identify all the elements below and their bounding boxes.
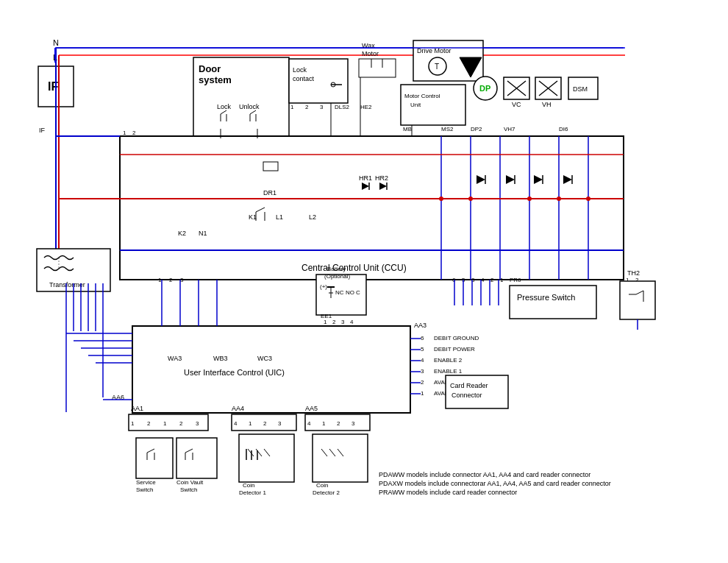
svg-text:Service: Service	[136, 479, 156, 486]
svg-text:VC: VC	[512, 101, 521, 108]
svg-point-210	[586, 196, 590, 201]
svg-text:1: 1	[249, 420, 252, 427]
svg-text:3: 3	[196, 420, 199, 427]
note-1: PDAWW models include connector AA1, AA4 …	[379, 471, 590, 478]
svg-text:L2: L2	[309, 213, 316, 221]
svg-text:2: 2	[263, 420, 267, 427]
svg-text:DI6: DI6	[559, 126, 568, 132]
uic-label: User Interface Control (UIC)	[184, 368, 285, 377]
svg-text:DR1: DR1	[263, 189, 276, 196]
svg-text:Lock: Lock	[217, 103, 232, 110]
note-2: PDAXW models include connectorar AA1, AA…	[379, 480, 611, 487]
svg-text:WC3: WC3	[257, 355, 272, 362]
svg-rect-32	[359, 59, 396, 77]
svg-text:HR1: HR1	[359, 174, 372, 182]
svg-text:NO: NO	[346, 289, 354, 296]
svg-text:MS2: MS2	[441, 126, 454, 132]
svg-text:4: 4	[234, 420, 238, 427]
svg-text:ENABLE 2: ENABLE 2	[434, 357, 463, 364]
svg-text:MB: MB	[403, 126, 412, 132]
svg-text:IF: IF	[39, 127, 46, 134]
svg-text:N1: N1	[199, 230, 207, 237]
svg-text:1: 1	[324, 319, 327, 325]
svg-text:K2: K2	[178, 230, 186, 237]
svg-text:Coin Vault: Coin Vault	[176, 479, 204, 486]
svg-text:2: 2	[490, 277, 494, 283]
svg-text:contact: contact	[293, 75, 315, 82]
svg-text:Unit: Unit	[410, 102, 421, 108]
svg-rect-55	[263, 162, 278, 171]
coin-vault-switch-box	[176, 438, 217, 478]
svg-text:Switch: Switch	[180, 486, 198, 493]
svg-text:4: 4	[421, 357, 424, 364]
svg-text:Detector 1: Detector 1	[239, 489, 266, 496]
svg-text:1: 1	[290, 104, 294, 110]
svg-text:DP: DP	[479, 84, 490, 93]
pressure-switch-label: Pressure Switch	[517, 293, 575, 302]
note-3: PRAWW models include card reader connect…	[379, 489, 517, 496]
svg-text:Unlock: Unlock	[239, 103, 260, 110]
if-label: IF	[48, 80, 58, 93]
svg-text:3: 3	[421, 368, 424, 375]
svg-text:2: 2	[147, 420, 151, 427]
ccu-box	[120, 136, 624, 280]
svg-text:Connector: Connector	[452, 392, 482, 399]
svg-text:ENABLE 1: ENABLE 1	[434, 368, 463, 375]
svg-text:system: system	[199, 74, 232, 85]
svg-text:K1: K1	[249, 213, 257, 221]
svg-text:1: 1	[163, 420, 167, 427]
svg-text:1: 1	[421, 390, 424, 397]
svg-text:AA4: AA4	[232, 405, 244, 412]
svg-text:AA1: AA1	[131, 405, 143, 412]
svg-text:Transformer: Transformer	[49, 281, 85, 288]
svg-text:Coin: Coin	[316, 482, 328, 489]
svg-text:TH2: TH2	[627, 269, 640, 277]
coin-detector-2-box	[313, 434, 368, 482]
svg-text:2: 2	[305, 104, 309, 110]
svg-text:Switch: Switch	[136, 486, 154, 493]
svg-text:5: 5	[421, 346, 424, 353]
svg-text:T: T	[435, 63, 439, 71]
svg-text:2: 2	[179, 420, 183, 427]
svg-text:2: 2	[337, 420, 340, 427]
svg-text:2: 2	[132, 130, 136, 136]
svg-text:2: 2	[169, 277, 173, 283]
svg-text:6: 6	[421, 335, 424, 341]
svg-text:C: C	[356, 289, 360, 296]
n-label: N	[53, 38, 59, 47]
svg-text:3: 3	[351, 420, 355, 427]
svg-text:(Optional): (Optional)	[324, 273, 350, 280]
svg-text:NC: NC	[335, 289, 344, 296]
coin-detector-1-box	[239, 434, 294, 482]
svg-text:PR6: PR6	[510, 277, 521, 283]
svg-point-208	[527, 196, 532, 201]
svg-text:Motor Control: Motor Control	[404, 93, 440, 99]
pressure-switch-box	[510, 286, 596, 319]
svg-text:WB3: WB3	[213, 355, 228, 362]
svg-text:DP2: DP2	[471, 126, 482, 132]
svg-text:WA3: WA3	[168, 355, 182, 362]
th2-box	[620, 281, 655, 319]
svg-text:Lock: Lock	[293, 66, 307, 74]
svg-text:3: 3	[341, 319, 345, 325]
ccu-label: Central Control Unit (CCU)	[301, 263, 407, 273]
svg-text:Motor: Motor	[362, 50, 379, 57]
svg-text:DSM: DSM	[573, 85, 588, 93]
svg-text:L1: L1	[276, 213, 283, 221]
svg-text:Coin: Coin	[243, 482, 254, 489]
svg-text:1: 1	[322, 420, 326, 427]
svg-point-206	[439, 196, 443, 201]
diagram-container: N L IF IF Door system Lock Unlock DG2 DL…	[0, 0, 728, 563]
svg-text:2: 2	[421, 379, 424, 386]
svg-text:DLS2: DLS2	[335, 104, 350, 110]
svg-text:Door: Door	[199, 63, 221, 74]
svg-text:Battery: Battery	[327, 266, 346, 272]
svg-text:HE2: HE2	[360, 104, 372, 110]
card-reader-label: Card Reader	[450, 382, 488, 389]
svg-text:Detector 2: Detector 2	[313, 489, 340, 496]
svg-text:VH7: VH7	[504, 126, 515, 132]
svg-text:AA3: AA3	[414, 322, 427, 329]
svg-text:4: 4	[307, 420, 311, 427]
svg-text:3: 3	[320, 104, 324, 110]
svg-text:VH: VH	[542, 101, 552, 108]
